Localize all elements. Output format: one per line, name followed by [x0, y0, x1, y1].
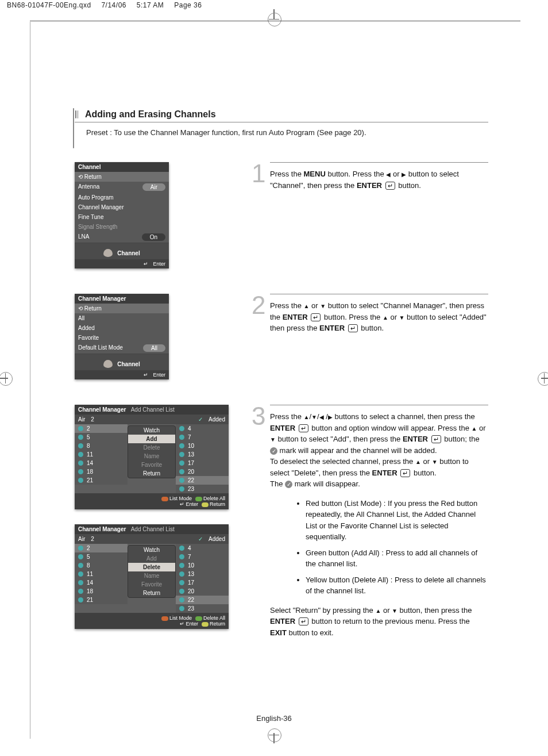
- popup-item: Return: [128, 589, 175, 597]
- step-number-3: 3: [252, 405, 270, 638]
- channel-area: 25811141821WatchAddDeleteNameFavoriteRet…: [75, 424, 229, 493]
- checkmark-icon: ✓: [270, 447, 277, 455]
- channel-row: 13: [176, 450, 229, 459]
- print-meta: BN68-01047F-00Eng.qxd 7/14/06 5:17 AM Pa…: [7, 1, 210, 9]
- checkmark-icon: ✓: [285, 481, 292, 488]
- channel-row: 23: [176, 485, 229, 493]
- bullet-green: Green button (Add All) : Press to add al…: [306, 547, 488, 570]
- osd-item: Added: [75, 323, 169, 333]
- osd-item: Signal Strength: [75, 222, 169, 232]
- osd-brand: Channel: [75, 354, 169, 370]
- step-1-text: Press the MENU button. Press the ◀ or ▶ …: [270, 162, 488, 268]
- popup-item: Delete: [128, 443, 175, 452]
- osd-footer: List ModeDelete All↵ EnterReturn: [75, 613, 229, 629]
- channel-row: 20: [176, 467, 229, 476]
- channel-row: 11: [75, 570, 128, 578]
- bullet-red: Red button (List Mode) : If you press th…: [306, 498, 488, 543]
- channel-row: 14: [75, 459, 128, 467]
- osd-tabbar: Air2✓Added: [75, 415, 229, 424]
- popup-item: Add: [128, 435, 175, 443]
- context-popup: WatchAddDeleteNameFavoriteReturn: [128, 545, 176, 598]
- channel-row: 20: [176, 587, 229, 596]
- osd-return: ⟲ Return: [75, 304, 169, 313]
- down-arrow-icon: ▼: [392, 607, 398, 615]
- popup-item: Favorite: [128, 580, 175, 589]
- osd-item: Fine Tune: [75, 212, 169, 222]
- section-header: Adding and Erasing Channels: [75, 109, 488, 122]
- channel-row: 7: [176, 433, 229, 442]
- osd-item: Default List ModeAll: [75, 343, 169, 354]
- popup-item: Watch: [128, 546, 175, 554]
- up-arrow-icon: ▲: [304, 302, 310, 310]
- bullet-yellow: Yellow button (Delete All) : Press to de…: [306, 574, 488, 597]
- up-arrow-icon: ▲: [472, 424, 477, 433]
- channel-row: 21: [75, 596, 128, 604]
- channel-row: 10: [176, 561, 229, 570]
- popup-item: Name: [128, 571, 175, 580]
- channel-row: 17: [176, 578, 229, 587]
- channel-row: 5: [75, 552, 128, 561]
- osd-item: Auto Program: [75, 193, 169, 202]
- osd-item: All: [75, 313, 169, 323]
- osd-add-channel-list-2: Channel Manager Add Channel ListAir2✓Add…: [75, 524, 229, 629]
- right-arrow-icon: ▶: [328, 413, 333, 421]
- enter-icon: ↵: [299, 617, 308, 625]
- step-1: Channel ⟲ Return AntennaAirAuto ProgramC…: [75, 162, 488, 268]
- down-arrow-icon: ▼: [311, 413, 317, 421]
- osd-footer: ↵ Enter: [75, 259, 169, 268]
- channel-row: 22: [176, 476, 229, 485]
- channel-row: 13: [176, 570, 229, 578]
- channel-row: 8: [75, 561, 128, 570]
- page-number: English-36: [0, 714, 548, 723]
- osd-footer: ↵ Enter: [75, 370, 169, 379]
- preset-note: Preset : To use the Channel Manager func…: [86, 128, 488, 137]
- meta-page: Page 36: [174, 1, 202, 9]
- osd-footer: List ModeDelete All↵ EnterReturn: [75, 493, 229, 509]
- up-arrow-icon: ▲: [375, 607, 381, 615]
- top-rule: [30, 21, 520, 21]
- up-arrow-icon: ▲: [415, 458, 421, 466]
- osd-title: Channel: [75, 162, 169, 172]
- osd-brand: Channel: [75, 243, 169, 259]
- meta-time: 5:17 AM: [137, 1, 164, 9]
- osd-title: Channel Manager: [75, 294, 169, 304]
- popup-item: Delete: [128, 563, 175, 571]
- osd-channel-manager-menu: Channel Manager ⟲ Return AllAddedFavorit…: [75, 294, 169, 379]
- step-number-1: 1: [252, 162, 270, 268]
- step-number-2: 2: [252, 294, 270, 379]
- step-3-text: Press the ▲/▼/◀ /▶ buttons to select a c…: [270, 405, 488, 638]
- step-2: Channel Manager ⟲ Return AllAddedFavorit…: [75, 294, 488, 379]
- enter-icon: ↵: [299, 424, 308, 432]
- left-rule: [30, 22, 30, 739]
- osd-add-channel-list-1: Channel Manager Add Channel ListAir2✓Add…: [75, 405, 229, 509]
- osd-return: ⟲ Return: [75, 172, 169, 182]
- channel-row: 18: [75, 467, 128, 476]
- enter-icon: ↵: [311, 313, 321, 321]
- popup-item: Favorite: [128, 460, 175, 469]
- popup-item: Add: [128, 554, 175, 563]
- osd-item: LNAOn: [75, 232, 169, 243]
- right-arrow-icon: ▶: [402, 170, 406, 179]
- crop-mark-left: [0, 370, 14, 387]
- step-3: Channel Manager Add Channel ListAir2✓Add…: [75, 405, 488, 638]
- osd-title: Channel Manager Add Channel List: [75, 405, 229, 415]
- channel-row: 4: [176, 424, 229, 433]
- osd-channel-menu: Channel ⟲ Return AntennaAirAuto ProgramC…: [75, 162, 169, 268]
- osd-item: Favorite: [75, 333, 169, 343]
- channel-row: 18: [75, 587, 128, 596]
- meta-date: 7/14/06: [101, 1, 126, 9]
- channel-row: 14: [75, 578, 128, 587]
- down-arrow-icon: ▼: [399, 313, 405, 322]
- channel-row: 8: [75, 442, 128, 450]
- left-arrow-icon: ◀: [319, 413, 324, 421]
- channel-row: 7: [176, 552, 229, 561]
- osd-item: Channel Manager: [75, 202, 169, 212]
- page: BN68-01047F-00Eng.qxd 7/14/06 5:17 AM Pa…: [0, 0, 548, 756]
- popup-item: Watch: [128, 426, 175, 435]
- channel-row: 17: [176, 459, 229, 467]
- step-2-text: Press the ▲ or ▼ button to select "Chann…: [270, 294, 488, 379]
- context-popup: WatchAddDeleteNameFavoriteReturn: [128, 425, 176, 478]
- channel-row: 22: [176, 596, 229, 604]
- enter-icon: ↵: [348, 324, 358, 332]
- popup-item: Name: [128, 452, 175, 460]
